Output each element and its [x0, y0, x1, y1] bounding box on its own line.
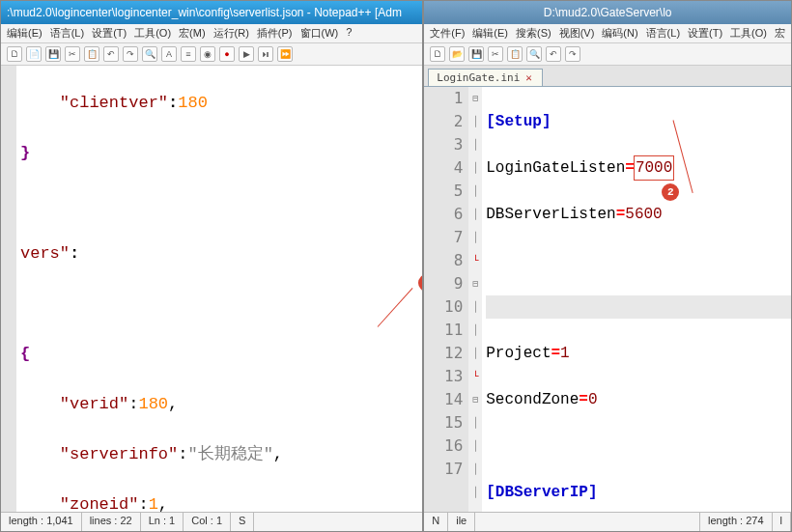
toolbar-right: 🗋 📂 💾 ✂ 📋 🔍 ↶ ↷ — [424, 43, 791, 66]
menu-edit[interactable]: 编辑(E) — [472, 26, 508, 41]
editor-pane-left: :\mud2.0\logincenter\logincenter_win\con… — [0, 0, 423, 532]
json-value: 180 — [138, 395, 168, 413]
menu-settings[interactable]: 设置(T) — [688, 26, 722, 41]
menu-macro[interactable]: 宏(M) — [179, 26, 206, 41]
ini-section: [Setup] — [486, 113, 551, 130]
titlebar-left: :\mud2.0\logincenter\logincenter_win\con… — [1, 1, 422, 24]
ini-value: 5600 — [625, 206, 662, 223]
menu-help[interactable]: ? — [346, 26, 352, 41]
tb-btn[interactable]: A — [161, 46, 177, 62]
status-col: Col : 1 — [184, 513, 231, 531]
menubar-right: 文件(F) 编辑(E) 搜索(S) 视图(V) 编码(N) 语言(L) 设置(T… — [424, 24, 791, 43]
menu-settings[interactable]: 设置(T) — [92, 26, 127, 41]
json-key: "serverinfo" — [60, 445, 178, 463]
menu-plugins[interactable]: 插件(P) — [257, 26, 293, 41]
json-value: 180 — [178, 94, 208, 112]
tb-btn[interactable]: ✂ — [488, 46, 503, 62]
tb-btn[interactable]: ▶ — [239, 46, 254, 62]
json-value: 1 — [149, 495, 158, 512]
fold-handle[interactable]: ⊟ — [468, 87, 482, 110]
json-key: "zoneid" — [60, 495, 139, 512]
menubar-left: 编辑(E) 语言(L) 设置(T) 工具(O) 宏(M) 运行(R) 插件(P)… — [1, 24, 422, 43]
tabbar-right: LoginGate.ini ✕ — [424, 66, 791, 87]
status-sel: S — [231, 513, 254, 531]
menu-language[interactable]: 语言(L) — [646, 26, 680, 41]
tb-btn[interactable]: ✂ — [65, 46, 80, 62]
menu-file[interactable]: 文件(F) — [430, 26, 465, 41]
tb-btn[interactable]: ⏩ — [277, 46, 293, 62]
menu-tools[interactable]: 工具(O) — [730, 26, 767, 41]
code-right[interactable]: [Setup] LoginGateListen=7000 DBServerLis… — [482, 87, 791, 512]
menu-search[interactable]: 搜索(S) — [516, 26, 552, 41]
window-title-left: :\mud2.0\logincenter\logincenter_win\con… — [7, 6, 402, 19]
ini-key: LoginGateListen — [486, 159, 625, 177]
ini-key: SecondZone — [486, 391, 579, 408]
tb-btn[interactable]: 🔍 — [142, 46, 157, 62]
tb-btn[interactable]: ↶ — [103, 46, 119, 62]
status-length: length : 274 — [700, 513, 773, 531]
json-key: "clientver" — [60, 94, 168, 112]
ini-key: DBServerListen — [486, 206, 615, 223]
status-l: l — [773, 513, 791, 531]
menu-edit[interactable]: 编辑(E) — [7, 26, 42, 41]
menu-view[interactable]: 视图(V) — [559, 26, 595, 41]
tb-btn[interactable]: ≡ — [181, 46, 196, 62]
editor-pane-right: D:\mud2.0\GateServer\lo 文件(F) 编辑(E) 搜索(S… — [423, 0, 792, 532]
tb-btn[interactable]: ↷ — [565, 46, 580, 62]
ini-value: 1 — [560, 345, 570, 362]
tab-logingate[interactable]: LoginGate.ini ✕ — [428, 69, 543, 86]
tb-btn[interactable]: 📋 — [84, 46, 99, 62]
menu-tools[interactable]: 工具(O) — [134, 26, 171, 41]
status-ln: Ln : 1 — [141, 513, 184, 531]
titlebar-right: D:\mud2.0\GateServer\lo — [424, 1, 791, 24]
window-title-right: D:\mud2.0\GateServer\lo — [544, 6, 672, 19]
tb-btn[interactable]: 📄 — [26, 46, 42, 62]
status-lines: lines : 22 — [82, 513, 141, 531]
menu-encoding[interactable]: 编码(N) — [602, 26, 637, 41]
json-key: "verid" — [60, 395, 128, 413]
fold-handle[interactable]: ⊟ — [468, 272, 482, 295]
tb-btn[interactable]: 🔍 — [526, 46, 542, 62]
close-icon[interactable]: ✕ — [525, 71, 532, 84]
tb-btn[interactable]: ↷ — [123, 46, 138, 62]
tb-btn[interactable]: 🗋 — [430, 46, 445, 62]
menu-macro[interactable]: 宏 — [775, 26, 785, 41]
status-ile: ile — [448, 513, 475, 531]
fold-handle[interactable]: ⊟ — [468, 388, 482, 411]
toolbar-left: 🗋 📄 💾 ✂ 📋 ↶ ↷ 🔍 A ≡ ◉ ● ▶ ⏯ ⏩ — [1, 43, 422, 66]
tb-btn[interactable]: ◉ — [200, 46, 215, 62]
callout-1: 1 — [418, 274, 422, 292]
menu-run[interactable]: 运行(R) — [213, 26, 249, 41]
json-key: vers" — [20, 244, 70, 263]
tab-label: LoginGate.ini — [437, 71, 520, 84]
callout-2: 2 — [662, 183, 679, 201]
tb-btn[interactable]: ● — [219, 46, 235, 62]
tb-btn[interactable]: 📂 — [449, 46, 465, 62]
status-n: N — [424, 513, 448, 531]
tb-btn[interactable]: ↶ — [546, 46, 561, 62]
tb-btn[interactable]: 💾 — [45, 46, 61, 62]
status-length: length : 1,041 — [1, 513, 82, 531]
tb-btn[interactable]: ⏯ — [258, 46, 273, 62]
code-left[interactable]: "clientver":180 } vers": { "verid":180, … — [16, 66, 422, 512]
ini-key: Project — [486, 345, 551, 362]
json-value: "长期稳定" — [187, 445, 272, 463]
menu-language[interactable]: 语言(L) — [50, 26, 84, 41]
fold-column: ⊟ ││││││└ ⊟ │││└ ⊟ ││││ — [468, 87, 482, 512]
ini-value: 0 — [588, 391, 598, 408]
menu-window[interactable]: 窗口(W) — [300, 26, 339, 41]
statusbar-left: length : 1,041 lines : 22 Ln : 1 Col : 1… — [1, 512, 422, 531]
gutter-left — [1, 66, 16, 512]
editor-left[interactable]: "clientver":180 } vers": { "verid":180, … — [1, 66, 422, 512]
highlight-port: 7000 — [635, 156, 673, 180]
editor-right[interactable]: 1 2 3 4 5 6 7 8 9 10 11 12 13 14 15 16 1… — [424, 87, 791, 512]
tb-btn[interactable]: 🗋 — [7, 46, 22, 62]
tb-btn[interactable]: 💾 — [468, 46, 484, 62]
tb-btn[interactable]: 📋 — [507, 46, 523, 62]
gutter-right: 1 2 3 4 5 6 7 8 9 10 11 12 13 14 15 16 1… — [424, 87, 468, 512]
ini-section: [DBServerIP] — [486, 484, 597, 501]
statusbar-right: N ile length : 274 l — [424, 512, 791, 531]
